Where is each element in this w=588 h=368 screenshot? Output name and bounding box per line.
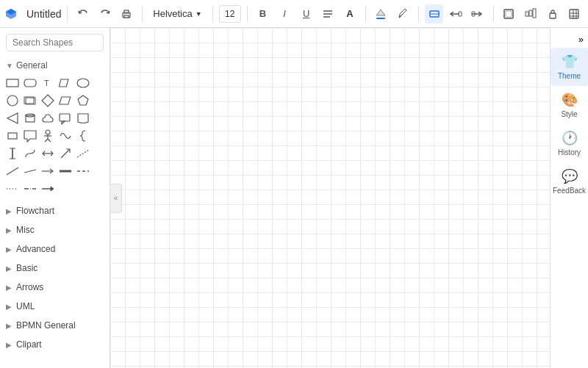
shape-triangle-right[interactable]: [4, 110, 21, 126]
sep-5: [365, 6, 366, 22]
fill-button[interactable]: [372, 4, 391, 24]
shape-line-horizontal[interactable]: [22, 163, 38, 179]
italic-button[interactable]: I: [275, 4, 294, 24]
shape-bracket[interactable]: [4, 145, 21, 162]
right-panel-style[interactable]: 🎨 Style: [551, 86, 588, 124]
right-panel-theme[interactable]: 👕 Theme: [551, 48, 588, 86]
underline-button[interactable]: U: [297, 4, 316, 24]
shape-line-arrow[interactable]: [40, 163, 56, 179]
section-basic[interactable]: ▶ Basic: [0, 259, 110, 278]
shape-actor[interactable]: [40, 128, 56, 144]
svg-marker-37: [78, 95, 88, 105]
frame-button[interactable]: [500, 4, 519, 24]
shape-arrows-resize[interactable]: [40, 145, 56, 162]
right-panel-history[interactable]: 🕐 History: [551, 124, 588, 162]
section-arrows[interactable]: ▶ Arrows: [0, 278, 110, 297]
general-shapes-grid: T: [0, 73, 110, 201]
collapse-left-panel-button[interactable]: «: [110, 184, 122, 213]
shape-s-curve[interactable]: [22, 145, 38, 162]
svg-rect-17: [506, 11, 512, 17]
print-button[interactable]: [118, 4, 137, 24]
document-title[interactable]: Untitled: [26, 8, 61, 20]
section-misc-label: Misc: [16, 225, 35, 235]
shape-arrow-diagonal[interactable]: [57, 145, 74, 162]
section-bpmn-general[interactable]: ▶ BPMN General: [0, 316, 110, 335]
shape-ellipse[interactable]: [75, 75, 91, 91]
shape-line-dotted[interactable]: [75, 145, 91, 162]
shape-dashed-line[interactable]: [75, 163, 91, 179]
shape-document[interactable]: [75, 110, 91, 126]
section-flowchart-arrow: ▶: [6, 207, 12, 215]
redo-button[interactable]: [96, 4, 115, 24]
section-misc[interactable]: ▶ Misc: [0, 220, 110, 239]
shape-line-solid[interactable]: [4, 163, 21, 179]
font-family-dropdown[interactable]: Helvetica ▼: [148, 4, 206, 24]
svg-rect-19: [529, 10, 532, 16]
shape-curved[interactable]: [57, 128, 74, 144]
svg-rect-41: [60, 114, 70, 121]
svg-marker-36: [60, 97, 71, 104]
section-advanced-label: Advanced: [16, 244, 55, 254]
section-uml-arrow: ▶: [6, 303, 12, 311]
zoom-button[interactable]: [521, 4, 540, 24]
right-panel-feedback[interactable]: 💬 FeedBack: [551, 162, 588, 201]
align-button[interactable]: [318, 4, 337, 24]
shape-diamond[interactable]: [40, 93, 56, 109]
shape-dash-dot[interactable]: [22, 181, 38, 197]
shape-text[interactable]: T: [40, 75, 56, 91]
shape-circle[interactable]: [4, 93, 21, 109]
canvas-area[interactable]: «: [110, 28, 550, 368]
shape-double-rect[interactable]: [22, 93, 38, 109]
shape-cylinder[interactable]: [22, 110, 38, 126]
section-general-label: General: [16, 60, 48, 71]
section-bpmn-arrow: ▶: [6, 322, 12, 330]
font-size-input[interactable]: [219, 5, 241, 23]
shape-speech-bubble[interactable]: [22, 128, 38, 144]
canvas-grid: [110, 28, 550, 368]
svg-rect-43: [8, 133, 17, 139]
section-advanced[interactable]: ▶ Advanced: [0, 239, 110, 259]
shape-rectangle[interactable]: [4, 75, 21, 91]
shape-rounded-rect[interactable]: [22, 75, 38, 91]
shape-callout[interactable]: [57, 110, 74, 126]
shape-arrow-end[interactable]: [40, 181, 56, 197]
expand-button[interactable]: »: [551, 31, 588, 48]
app-logo[interactable]: [4, 7, 18, 21]
sep-4: [247, 6, 248, 22]
undo-button[interactable]: [74, 4, 93, 24]
section-general[interactable]: ▼ General: [0, 57, 110, 73]
section-flowchart-label: Flowchart: [16, 206, 54, 216]
section-arrows-arrow: ▶: [6, 284, 12, 292]
shape-parallelogram2[interactable]: [57, 75, 74, 91]
shape-dotted-line-2[interactable]: [4, 181, 21, 197]
svg-point-32: [7, 95, 18, 106]
search-box[interactable]: 🔍: [6, 34, 104, 51]
lock-button[interactable]: [543, 4, 562, 24]
table-button[interactable]: [565, 4, 584, 24]
shape-rect-small[interactable]: [4, 128, 21, 144]
shape-curly-brace-left[interactable]: [75, 128, 91, 144]
section-flowchart[interactable]: ▶ Flowchart: [0, 201, 110, 220]
section-clipart-arrow: ▶: [6, 341, 12, 349]
pen-button[interactable]: [393, 4, 412, 24]
arrow-right-button[interactable]: [468, 4, 487, 24]
shape-thick-line[interactable]: [57, 163, 74, 179]
svg-rect-21: [550, 13, 556, 18]
section-clipart[interactable]: ▶ Clipart: [0, 335, 110, 354]
shape-pentagon[interactable]: [75, 93, 91, 109]
svg-line-48: [48, 139, 51, 142]
connection-style-button[interactable]: [425, 4, 444, 24]
section-uml[interactable]: ▶ UML: [0, 297, 110, 316]
sep-2: [142, 6, 143, 22]
section-basic-label: Basic: [16, 263, 37, 273]
svg-line-50: [61, 149, 70, 158]
arrow-left-button[interactable]: [446, 4, 465, 24]
shape-cloud[interactable]: [40, 110, 56, 126]
svg-rect-18: [526, 12, 528, 16]
shape-parallelogram[interactable]: [57, 93, 74, 109]
search-input[interactable]: [12, 37, 110, 48]
bold-button[interactable]: B: [254, 4, 273, 24]
text-color-button[interactable]: A: [340, 4, 359, 24]
svg-marker-35: [42, 95, 54, 107]
feedback-icon: 💬: [562, 168, 578, 184]
